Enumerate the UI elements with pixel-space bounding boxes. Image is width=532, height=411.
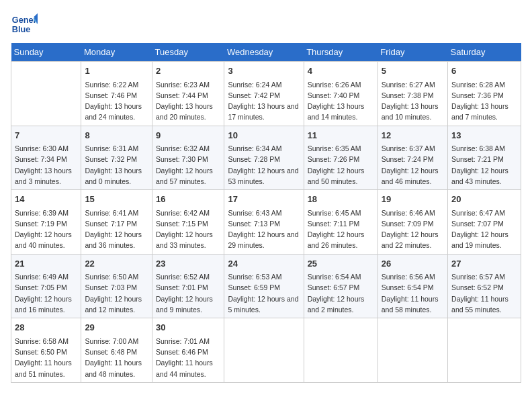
day-info: Sunrise: 6:49 AMSunset: 7:05 PMDaylight:… bbox=[15, 271, 77, 315]
day-info: Sunrise: 6:27 AMSunset: 7:38 PMDaylight:… bbox=[382, 79, 444, 123]
calendar-cell: 27Sunrise: 6:57 AMSunset: 6:52 PMDayligh… bbox=[448, 254, 521, 318]
day-info: Sunrise: 7:00 AMSunset: 6:48 PMDaylight:… bbox=[85, 336, 148, 379]
calendar-cell: 10Sunrise: 6:34 AMSunset: 7:28 PMDayligh… bbox=[224, 126, 304, 190]
weekday-header-monday: Monday bbox=[81, 43, 152, 62]
day-number: 5 bbox=[382, 64, 444, 78]
calendar-cell: 7Sunrise: 6:30 AMSunset: 7:34 PMDaylight… bbox=[11, 126, 81, 190]
day-info: Sunrise: 6:42 AMSunset: 7:15 PMDaylight:… bbox=[156, 208, 220, 251]
calendar-cell: 12Sunrise: 6:37 AMSunset: 7:24 PMDayligh… bbox=[378, 126, 447, 190]
day-number: 6 bbox=[451, 64, 517, 78]
day-info: Sunrise: 6:41 AMSunset: 7:17 PMDaylight:… bbox=[85, 208, 148, 251]
day-info: Sunrise: 6:43 AMSunset: 7:13 PMDaylight:… bbox=[228, 208, 300, 251]
weekday-header-wednesday: Wednesday bbox=[224, 43, 304, 62]
calendar-cell: 24Sunrise: 6:53 AMSunset: 6:59 PMDayligh… bbox=[224, 254, 304, 318]
page-header: General Blue bbox=[11, 11, 521, 38]
calendar-cell bbox=[11, 62, 81, 126]
day-info: Sunrise: 6:22 AMSunset: 7:46 PMDaylight:… bbox=[85, 79, 148, 123]
calendar-cell: 26Sunrise: 6:56 AMSunset: 6:54 PMDayligh… bbox=[378, 254, 447, 318]
logo-icon: General Blue bbox=[11, 11, 38, 38]
day-info: Sunrise: 6:46 AMSunset: 7:09 PMDaylight:… bbox=[382, 208, 444, 251]
day-number: 1 bbox=[85, 64, 148, 78]
day-number: 2 bbox=[156, 64, 220, 78]
calendar-cell: 2Sunrise: 6:23 AMSunset: 7:44 PMDaylight… bbox=[152, 62, 224, 126]
logo: General Blue bbox=[11, 11, 40, 38]
calendar-cell: 22Sunrise: 6:50 AMSunset: 7:03 PMDayligh… bbox=[81, 254, 152, 318]
day-number: 21 bbox=[15, 257, 77, 271]
calendar-cell: 30Sunrise: 7:01 AMSunset: 6:46 PMDayligh… bbox=[152, 318, 224, 383]
day-number: 20 bbox=[451, 193, 517, 206]
calendar-cell: 14Sunrise: 6:39 AMSunset: 7:19 PMDayligh… bbox=[11, 190, 81, 255]
calendar-cell: 19Sunrise: 6:46 AMSunset: 7:09 PMDayligh… bbox=[378, 190, 447, 255]
day-info: Sunrise: 6:57 AMSunset: 6:52 PMDaylight:… bbox=[451, 271, 517, 315]
day-number: 22 bbox=[85, 257, 148, 271]
calendar-cell: 16Sunrise: 6:42 AMSunset: 7:15 PMDayligh… bbox=[152, 190, 224, 255]
day-info: Sunrise: 6:32 AMSunset: 7:30 PMDaylight:… bbox=[156, 143, 220, 187]
day-number: 28 bbox=[15, 321, 77, 334]
day-number: 29 bbox=[85, 321, 148, 334]
day-info: Sunrise: 6:54 AMSunset: 6:57 PMDaylight:… bbox=[308, 271, 374, 315]
day-number: 12 bbox=[382, 129, 444, 142]
day-info: Sunrise: 6:30 AMSunset: 7:34 PMDaylight:… bbox=[15, 143, 77, 187]
week-row-3: 14Sunrise: 6:39 AMSunset: 7:19 PMDayligh… bbox=[11, 190, 521, 255]
week-row-1: 1Sunrise: 6:22 AMSunset: 7:46 PMDaylight… bbox=[11, 62, 521, 126]
day-info: Sunrise: 6:45 AMSunset: 7:11 PMDaylight:… bbox=[308, 208, 374, 251]
day-info: Sunrise: 6:56 AMSunset: 6:54 PMDaylight:… bbox=[382, 271, 444, 315]
day-info: Sunrise: 6:34 AMSunset: 7:28 PMDaylight:… bbox=[228, 143, 300, 187]
calendar-cell: 1Sunrise: 6:22 AMSunset: 7:46 PMDaylight… bbox=[81, 62, 152, 126]
calendar-cell: 11Sunrise: 6:35 AMSunset: 7:26 PMDayligh… bbox=[304, 126, 378, 190]
day-number: 15 bbox=[85, 193, 148, 206]
svg-text:Blue: Blue bbox=[12, 24, 31, 34]
day-info: Sunrise: 7:01 AMSunset: 6:46 PMDaylight:… bbox=[156, 336, 220, 379]
day-number: 11 bbox=[308, 129, 374, 142]
day-info: Sunrise: 6:37 AMSunset: 7:24 PMDaylight:… bbox=[382, 143, 444, 187]
day-info: Sunrise: 6:24 AMSunset: 7:42 PMDaylight:… bbox=[228, 79, 300, 123]
day-number: 10 bbox=[228, 129, 300, 142]
day-info: Sunrise: 6:50 AMSunset: 7:03 PMDaylight:… bbox=[85, 271, 148, 315]
calendar-cell: 9Sunrise: 6:32 AMSunset: 7:30 PMDaylight… bbox=[152, 126, 224, 190]
weekday-header-friday: Friday bbox=[378, 43, 447, 62]
day-number: 4 bbox=[308, 64, 374, 78]
day-info: Sunrise: 6:58 AMSunset: 6:50 PMDaylight:… bbox=[15, 336, 77, 379]
week-row-4: 21Sunrise: 6:49 AMSunset: 7:05 PMDayligh… bbox=[11, 254, 521, 318]
calendar-cell: 15Sunrise: 6:41 AMSunset: 7:17 PMDayligh… bbox=[81, 190, 152, 255]
day-number: 18 bbox=[308, 193, 374, 206]
calendar-cell bbox=[448, 318, 521, 383]
weekday-header-sunday: Sunday bbox=[11, 43, 81, 62]
calendar-cell: 4Sunrise: 6:26 AMSunset: 7:40 PMDaylight… bbox=[304, 62, 378, 126]
calendar-cell: 25Sunrise: 6:54 AMSunset: 6:57 PMDayligh… bbox=[304, 254, 378, 318]
week-row-2: 7Sunrise: 6:30 AMSunset: 7:34 PMDaylight… bbox=[11, 126, 521, 190]
day-number: 27 bbox=[451, 257, 517, 271]
day-info: Sunrise: 6:38 AMSunset: 7:21 PMDaylight:… bbox=[451, 143, 517, 187]
calendar-cell: 3Sunrise: 6:24 AMSunset: 7:42 PMDaylight… bbox=[224, 62, 304, 126]
calendar-cell: 6Sunrise: 6:28 AMSunset: 7:36 PMDaylight… bbox=[448, 62, 521, 126]
calendar-cell: 8Sunrise: 6:31 AMSunset: 7:32 PMDaylight… bbox=[81, 126, 152, 190]
calendar-cell: 21Sunrise: 6:49 AMSunset: 7:05 PMDayligh… bbox=[11, 254, 81, 318]
day-info: Sunrise: 6:35 AMSunset: 7:26 PMDaylight:… bbox=[308, 143, 374, 187]
day-number: 9 bbox=[156, 129, 220, 142]
day-info: Sunrise: 6:31 AMSunset: 7:32 PMDaylight:… bbox=[85, 143, 148, 187]
day-number: 3 bbox=[228, 64, 300, 78]
calendar-cell: 13Sunrise: 6:38 AMSunset: 7:21 PMDayligh… bbox=[448, 126, 521, 190]
calendar-cell: 18Sunrise: 6:45 AMSunset: 7:11 PMDayligh… bbox=[304, 190, 378, 255]
weekday-header-tuesday: Tuesday bbox=[152, 43, 224, 62]
day-number: 14 bbox=[15, 193, 77, 206]
day-info: Sunrise: 6:47 AMSunset: 7:07 PMDaylight:… bbox=[451, 208, 517, 251]
day-info: Sunrise: 6:28 AMSunset: 7:36 PMDaylight:… bbox=[451, 79, 517, 123]
week-row-5: 28Sunrise: 6:58 AMSunset: 6:50 PMDayligh… bbox=[11, 318, 521, 383]
day-number: 17 bbox=[228, 193, 300, 206]
day-number: 30 bbox=[156, 321, 220, 334]
day-number: 16 bbox=[156, 193, 220, 206]
day-number: 13 bbox=[451, 129, 517, 142]
day-number: 19 bbox=[382, 193, 444, 206]
day-info: Sunrise: 6:53 AMSunset: 6:59 PMDaylight:… bbox=[228, 271, 300, 315]
calendar-cell: 17Sunrise: 6:43 AMSunset: 7:13 PMDayligh… bbox=[224, 190, 304, 255]
day-info: Sunrise: 6:52 AMSunset: 7:01 PMDaylight:… bbox=[156, 271, 220, 315]
calendar-cell: 23Sunrise: 6:52 AMSunset: 7:01 PMDayligh… bbox=[152, 254, 224, 318]
day-info: Sunrise: 6:39 AMSunset: 7:19 PMDaylight:… bbox=[15, 208, 77, 251]
day-number: 25 bbox=[308, 257, 374, 271]
day-info: Sunrise: 6:23 AMSunset: 7:44 PMDaylight:… bbox=[156, 79, 220, 123]
day-info: Sunrise: 6:26 AMSunset: 7:40 PMDaylight:… bbox=[308, 79, 374, 123]
calendar-cell: 20Sunrise: 6:47 AMSunset: 7:07 PMDayligh… bbox=[448, 190, 521, 255]
day-number: 8 bbox=[85, 129, 148, 142]
weekday-header-saturday: Saturday bbox=[448, 43, 521, 62]
